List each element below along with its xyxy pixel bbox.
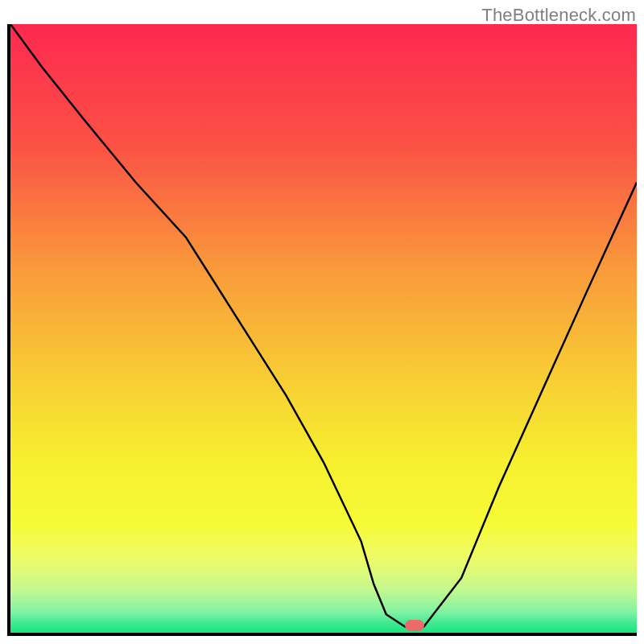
chart-container: TheBottleneck.com [0,0,644,644]
bottleneck-curve [10,24,637,633]
watermark-text: TheBottleneck.com [481,5,636,26]
optimal-marker [405,620,424,631]
plot-frame [7,24,637,636]
